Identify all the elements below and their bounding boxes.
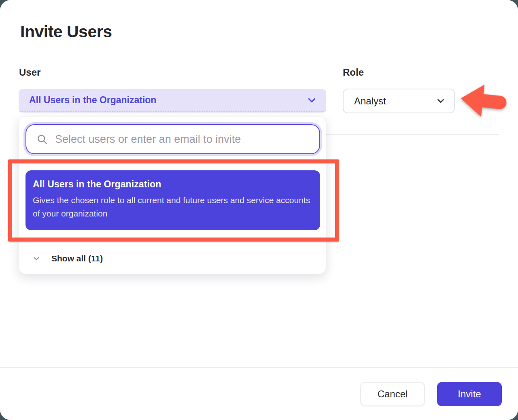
footer-divider [0,367,518,368]
role-select-value: Analyst [354,95,437,107]
user-dropdown-panel: All Users in the Organization Gives the … [19,116,326,274]
option-description: Gives the chosen role to all current and… [33,193,312,220]
user-select-trigger[interactable]: All Users in the Organization [19,89,326,112]
show-all-label: Show all (11) [51,254,103,263]
role-field-label: Role [343,67,364,78]
cancel-button[interactable]: Cancel [360,382,425,406]
chevron-down-icon [437,99,444,103]
chevron-down-icon [34,257,39,261]
show-all-toggle[interactable]: Show all (11) [34,250,103,267]
option-title: All Users in the Organization [33,179,313,190]
search-icon [37,134,48,145]
chevron-down-icon [308,98,316,103]
page-title: Invite Users [20,22,112,41]
role-select-trigger[interactable]: Analyst [343,89,455,113]
screen: { "dialog": { "title": "Invite Users", "… [0,0,518,420]
user-search-input[interactable] [55,133,311,146]
user-select-value: All Users in the Organization [29,95,308,106]
arrow-left-annotation-icon [458,81,509,121]
user-field-label: User [19,67,40,78]
invite-button[interactable]: Invite [437,382,502,406]
user-search-box [25,124,320,154]
option-all-users[interactable]: All Users in the Organization Gives the … [25,170,320,230]
invite-users-dialog: Invite Users User Role All Users in the … [0,0,518,420]
